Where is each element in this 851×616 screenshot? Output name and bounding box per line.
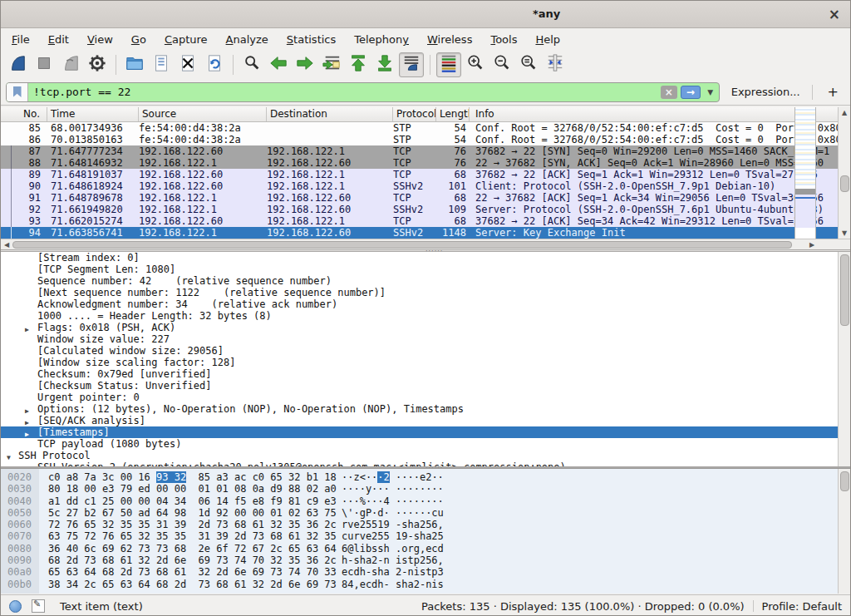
packet-row[interactable]: 8971.648191037192.168.122.60192.168.122.…	[1, 169, 850, 180]
detail-line[interactable]: Urgent pointer: 0	[1, 392, 850, 403]
stop-capture-button[interactable]	[32, 52, 57, 77]
column-header-length[interactable]: Length	[436, 107, 470, 121]
hex-vscroll-thumb[interactable]	[840, 471, 849, 491]
scroll-right-icon[interactable]: ▶	[808, 241, 816, 249]
packet-row[interactable]: 9371.662015274192.168.122.60192.168.122.…	[1, 215, 850, 227]
packet-row[interactable]: 8771.647777234192.168.122.60192.168.122.…	[1, 145, 850, 157]
column-header-protocol[interactable]: Protocol	[393, 107, 436, 121]
zoom-out-button[interactable]	[489, 52, 514, 77]
detail-line[interactable]: ▶Options: (12 bytes), No-Operation (NOP)…	[1, 403, 850, 415]
detail-line[interactable]: Sequence number: 42 (relative sequence n…	[1, 275, 850, 287]
detail-line[interactable]: ▼SSH Protocol	[1, 450, 850, 461]
scroll-down-icon[interactable]: ▼	[839, 229, 850, 237]
scroll-up-icon[interactable]: ▲	[839, 109, 850, 116]
packet-list-vscrollbar[interactable]: ▲ ▼	[838, 107, 850, 239]
menu-view[interactable]: View	[78, 30, 122, 49]
packet-list-hscrollbar[interactable]: ◀ ▶	[1, 239, 818, 249]
filter-bookmark-button[interactable]	[7, 83, 28, 101]
hex-row[interactable]: 00b038 34 2c 65 63 64 68 2d 73 68 61 32 …	[1, 579, 850, 590]
find-packet-button[interactable]	[239, 52, 264, 77]
titlebar[interactable]: *any ×	[1, 1, 850, 28]
detail-line[interactable]: ▶Flags: 0x018 (PSH, ACK)	[1, 322, 850, 333]
detail-line[interactable]: Checksum: 0x79ed [unverified]	[1, 368, 850, 380]
column-header-time[interactable]: Time	[47, 107, 139, 121]
detail-line[interactable]: 1000 .... = Header Length: 32 bytes (8)	[1, 310, 850, 322]
column-header-source[interactable]: Source	[139, 107, 267, 121]
detail-line[interactable]: Acknowledgment number: 34 (relative ack …	[1, 298, 850, 310]
capture-comment-icon[interactable]	[32, 599, 45, 613]
hex-row[interactable]: 0040a1 dd c1 25 00 00 04 34 06 14 f5 e8 …	[1, 495, 850, 507]
hex-vscrollbar[interactable]	[838, 469, 850, 594]
restart-capture-button[interactable]	[58, 52, 83, 77]
go-to-packet-button[interactable]	[319, 52, 344, 77]
zoom-original-button[interactable]	[516, 52, 541, 77]
packet-row[interactable]: 9471.663856741192.168.122.1192.168.122.6…	[1, 227, 850, 239]
detail-line[interactable]: ▶[Timestamps]	[1, 426, 850, 438]
packet-row[interactable]: 8871.648146932192.168.122.1192.168.122.6…	[1, 157, 850, 169]
go-bottom-button[interactable]	[372, 52, 397, 77]
resize-columns-button[interactable]	[543, 52, 568, 77]
go-back-button[interactable]	[266, 52, 291, 77]
detail-line[interactable]: [Next sequence number: 1122 (relative se…	[1, 287, 850, 298]
display-filter-combo[interactable]: × → ▼	[6, 82, 720, 102]
detail-line[interactable]: [Stream index: 0]	[1, 252, 850, 264]
packet-list-hscroll-thumb[interactable]	[12, 241, 792, 249]
menu-statistics[interactable]: Statistics	[278, 30, 345, 49]
detail-line[interactable]: TCP payload (1080 bytes)	[1, 438, 850, 450]
reload-file-button[interactable]	[202, 52, 227, 77]
apply-filter-button[interactable]: →	[681, 86, 701, 99]
hex-row[interactable]: 0020c0 a8 7a 3c 00 16 93 32 85 a3 ac c0 …	[1, 471, 850, 483]
packet-row[interactable]: 9271.661949820192.168.122.1192.168.122.6…	[1, 204, 850, 215]
detail-line[interactable]: ▶[SEQ/ACK analysis]	[1, 415, 850, 426]
detail-line[interactable]: [Checksum Status: Unverified]	[1, 380, 850, 392]
close-file-button[interactable]	[175, 52, 200, 77]
hex-row[interactable]: 008036 40 6c 69 62 73 73 68 2e 6f 72 67 …	[1, 543, 850, 554]
expert-info-icon[interactable]	[9, 600, 22, 613]
menu-wireless[interactable]: Wireless	[418, 30, 481, 49]
packet-list-vscroll-thumb[interactable]	[840, 175, 849, 192]
add-filter-button[interactable]: +	[821, 84, 845, 100]
hex-row[interactable]: 009068 2d 73 68 61 32 2d 6e 69 73 74 70 …	[1, 554, 850, 566]
column-header-destination[interactable]: Destination	[267, 107, 393, 121]
menu-telephony[interactable]: Telephony	[345, 30, 418, 49]
status-profile[interactable]: Profile: Default	[762, 600, 842, 613]
intelligent-scrollbar-minimap[interactable]	[794, 107, 816, 239]
display-filter-input[interactable]	[28, 83, 659, 101]
scroll-left-icon[interactable]: ◀	[2, 241, 11, 249]
hex-row[interactable]: 00a065 63 64 68 2d 73 68 61 32 2d 6e 69 …	[1, 566, 850, 578]
open-file-button[interactable]	[122, 52, 147, 77]
clear-filter-button[interactable]: ×	[661, 86, 677, 99]
capture-options-button[interactable]	[85, 52, 110, 77]
detail-vscroll-thumb[interactable]	[840, 254, 849, 326]
packet-row[interactable]: 8670.013850163fe:54:00:d4:38:2aSTP54Conf…	[1, 134, 850, 145]
menu-capture[interactable]: Capture	[155, 30, 217, 49]
hex-row[interactable]: 007063 75 72 76 65 32 35 35 31 39 2d 73 …	[1, 530, 850, 542]
detail-line[interactable]: [Window size scaling factor: 128]	[1, 357, 850, 368]
zoom-in-button[interactable]	[463, 52, 488, 77]
colorize-button[interactable]	[436, 52, 461, 77]
filter-history-dropdown[interactable]: ▼	[704, 86, 717, 99]
expression-button[interactable]: Expression...	[731, 86, 800, 98]
detail-line[interactable]: [Calculated window size: 29056]	[1, 345, 850, 357]
hex-row[interactable]: 003080 18 00 e3 79 ed 00 00 01 01 08 0a …	[1, 483, 850, 495]
save-file-button[interactable]	[149, 52, 174, 77]
go-top-button[interactable]	[346, 52, 371, 77]
detail-line[interactable]: Window size value: 227	[1, 333, 850, 345]
start-capture-button[interactable]	[5, 52, 30, 77]
menu-edit[interactable]: Edit	[39, 30, 78, 49]
detail-vscrollbar[interactable]	[838, 252, 850, 467]
hex-row[interactable]: 006072 76 65 32 35 35 31 39 2d 73 68 61 …	[1, 519, 850, 530]
packet-row[interactable]: 9071.648618924192.168.122.60192.168.122.…	[1, 180, 850, 192]
window-close-icon[interactable]: ×	[829, 6, 840, 22]
autoscroll-button[interactable]	[399, 52, 424, 77]
detail-line[interactable]: [TCP Segment Len: 1080]	[1, 264, 850, 275]
column-header-info[interactable]: Info	[470, 107, 850, 121]
packet-row[interactable]: 9171.648789678192.168.122.1192.168.122.6…	[1, 192, 850, 204]
menu-help[interactable]: Help	[526, 30, 569, 49]
menu-go[interactable]: Go	[122, 30, 155, 49]
column-header-no[interactable]: No.	[1, 107, 47, 121]
menu-analyze[interactable]: Analyze	[217, 30, 278, 49]
menu-file[interactable]: File	[2, 30, 39, 49]
menu-tools[interactable]: Tools	[481, 30, 526, 49]
packet-row[interactable]: 8568.001734936fe:54:00:d4:38:2aSTP54Conf…	[1, 122, 850, 134]
